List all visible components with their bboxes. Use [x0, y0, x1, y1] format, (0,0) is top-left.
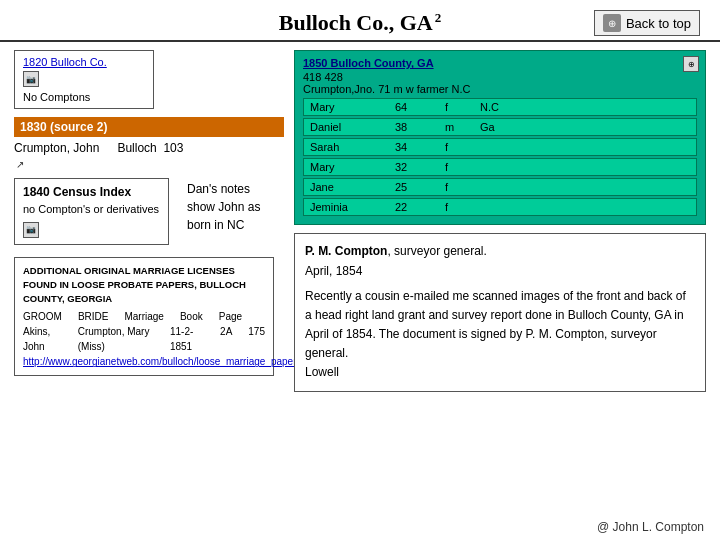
row-1830-details: Crumpton, John Bulloch 103: [14, 139, 284, 157]
back-to-top-label: Back to top: [626, 16, 691, 31]
census-name: Mary: [310, 161, 375, 173]
census-rows: Mary 64 f N.C Daniel 38 m Ga Sarah 34 f …: [303, 98, 697, 216]
pm-compton-name: P. M. Compton: [305, 244, 387, 258]
marriage-header-row: GROOM BRIDE Marriage Book Page: [23, 309, 265, 324]
box-1840: 1840 Census Index no Compton's or deriva…: [14, 178, 169, 244]
dans-notes-line3: born in NC: [187, 216, 260, 234]
box-1850-line2: Crumpton,Jno. 71 m w farmer N.C: [303, 83, 697, 95]
groom-name: Akins, John: [23, 324, 62, 354]
footer-text: @ John L. Compton: [597, 520, 704, 534]
title-text: Bulloch Co., GA: [279, 10, 433, 35]
bar-1830-label: 1830 (source 2): [20, 120, 107, 134]
dans-notes-line1: Dan's notes: [187, 180, 260, 198]
census-name: Sarah: [310, 141, 375, 153]
box-1820: 1820 Bulloch Co. 📷 No Comptons: [14, 50, 154, 109]
census-sex: f: [445, 161, 460, 173]
census-birth: Ga: [480, 121, 520, 133]
back-to-top-button[interactable]: ⊕ Back to top: [594, 10, 700, 36]
marriage-link-row: http://www.georgianetweb.com/bulloch/loo…: [23, 354, 265, 369]
census-sex: f: [445, 101, 460, 113]
box-1820-title[interactable]: 1820 Bulloch Co.: [23, 56, 145, 68]
box-1850: ⊕ 1850 Bulloch County, GA 418 428 Crumpt…: [294, 50, 706, 225]
box-1850-icon[interactable]: ⊕: [683, 56, 699, 72]
pm-compton-role: , surveyor general.: [387, 244, 486, 258]
census-sex: m: [445, 121, 460, 133]
box-1840-icon-row: 📷: [23, 222, 160, 238]
box-1820-icon-row: 📷: [23, 71, 145, 87]
census-age: 38: [395, 121, 425, 133]
bride-name: Crumpton, Mary (Miss): [78, 324, 154, 354]
col-marriage: Marriage: [124, 309, 163, 324]
marriage-page: 175: [248, 324, 265, 354]
marriage-title: ADDITIONAL ORIGINAL MARRIAGE LICENSES FO…: [23, 264, 265, 307]
census-age: 64: [395, 101, 425, 113]
arrow-note: ↗: [16, 159, 284, 170]
census-age: 25: [395, 181, 425, 193]
bar-1830: 1830 (source 2): [14, 117, 284, 137]
name-1830: Crumpton, John: [14, 141, 99, 155]
census-row: Jane 25 f: [303, 178, 697, 196]
camera-icon-1840[interactable]: 📷: [23, 222, 39, 238]
camera-icon[interactable]: 📷: [23, 71, 39, 87]
col-bride: BRIDE: [78, 309, 109, 324]
dans-notes: Dan's notes show John as born in NC: [187, 180, 260, 234]
box-1850-header: 418 428 Crumpton,Jno. 71 m w farmer N.C: [303, 71, 697, 95]
marriage-data-row: Akins, John Crumpton, Mary (Miss) 11-2-1…: [23, 324, 265, 354]
dans-notes-line2: show John as: [187, 198, 260, 216]
no-comptons-text: No Comptons: [23, 91, 145, 103]
marriage-book: 2A: [220, 324, 232, 354]
census-name: Jane: [310, 181, 375, 193]
census-row: Sarah 34 f: [303, 138, 697, 156]
marriage-date: 11-2-1851: [170, 324, 204, 354]
box-1850-title: 1850 Bulloch County, GA: [303, 57, 697, 69]
census-birth: N.C: [480, 101, 520, 113]
page-title: Bulloch Co., GA2: [279, 10, 442, 36]
pm-compton-box: P. M. Compton, surveyor general. April, …: [294, 233, 706, 391]
census-age: 22: [395, 201, 425, 213]
right-column: ⊕ 1850 Bulloch County, GA 418 428 Crumpt…: [294, 50, 706, 524]
census-name: Jeminia: [310, 201, 375, 213]
census-sex: f: [445, 141, 460, 153]
county-number: 103: [163, 141, 183, 155]
census-row: Mary 64 f N.C: [303, 98, 697, 116]
marriage-box: ADDITIONAL ORIGINAL MARRIAGE LICENSES FO…: [14, 257, 274, 377]
census-name: Daniel: [310, 121, 375, 133]
county-1830: Bulloch 103: [117, 141, 183, 155]
page-header: Bulloch Co., GA2 ⊕ Back to top: [0, 0, 720, 42]
col-page: Page: [219, 309, 242, 324]
census-age: 32: [395, 161, 425, 173]
marriage-link[interactable]: http://www.georgianetweb.com/bulloch/loo…: [23, 356, 321, 367]
census-row: Jeminia 22 f: [303, 198, 697, 216]
box-1840-title: 1840 Census Index: [23, 185, 160, 199]
footer: @ John L. Compton: [597, 520, 704, 534]
main-content: 1820 Bulloch Co. 📷 No Comptons 1830 (sou…: [0, 42, 720, 532]
pm-compton-signature: Lowell: [305, 363, 695, 382]
pm-compton-body: Recently a cousin e-mailed me scanned im…: [305, 287, 695, 364]
census-row: Mary 32 f: [303, 158, 697, 176]
back-icon: ⊕: [603, 14, 621, 32]
box-1840-text: no Compton's or derivatives: [23, 202, 160, 217]
county-name: Bulloch: [117, 141, 156, 155]
census-sex: f: [445, 181, 460, 193]
census-age: 34: [395, 141, 425, 153]
census-row: Daniel 38 m Ga: [303, 118, 697, 136]
census-name: Mary: [310, 101, 375, 113]
title-superscript: 2: [435, 10, 442, 25]
row-1830-area: 1830 (source 2) Crumpton, John Bulloch 1…: [14, 117, 284, 170]
left-column: 1820 Bulloch Co. 📷 No Comptons 1830 (sou…: [14, 50, 284, 524]
pm-compton-date: April, 1854: [305, 262, 695, 281]
census-sex: f: [445, 201, 460, 213]
box-1850-line1: 418 428: [303, 71, 697, 83]
row-1840-area: 1840 Census Index no Compton's or deriva…: [14, 178, 284, 244]
col-book: Book: [180, 309, 203, 324]
col-groom: GROOM: [23, 309, 62, 324]
pm-compton-header: P. M. Compton, surveyor general.: [305, 242, 695, 261]
